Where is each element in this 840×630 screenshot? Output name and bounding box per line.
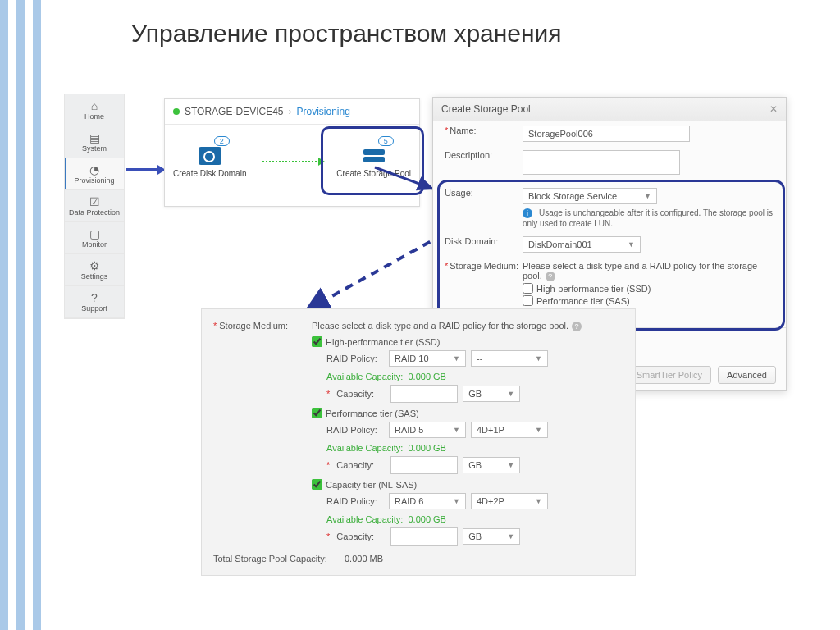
tier-sas-label: Performance tier (SAS) (536, 296, 630, 306)
raid-extra-select[interactable]: --▼ (471, 350, 548, 367)
decorative-bar (0, 0, 8, 630)
capacity-label: Capacity: (336, 389, 386, 399)
breadcrumb-device[interactable]: STORAGE-DEVICE45 (185, 106, 283, 117)
available-capacity-value: 0.000 GB (408, 443, 445, 453)
dialog-title: Create Storage Pool (441, 103, 531, 115)
sidebar-item-data-protection[interactable]: ☑ Data Protection (65, 190, 124, 222)
disk-domain-select[interactable]: DiskDomain001▼ (523, 236, 641, 253)
breadcrumb: STORAGE-DEVICE45 › Provisioning (165, 99, 419, 125)
raid-extra-select[interactable]: 4D+2P▼ (471, 493, 548, 509)
raid-policy-select[interactable]: RAID 5▼ (389, 422, 466, 438)
sidebar-item-settings[interactable]: ⚙ Settings (65, 254, 124, 286)
chevron-down-icon: ▼ (453, 354, 460, 363)
required-icon: * (213, 321, 217, 331)
capacity-unit-select[interactable]: GB▼ (463, 528, 520, 545)
disk-icon (199, 147, 221, 165)
close-icon[interactable]: ✕ (769, 103, 778, 115)
medium-hint: Please select a disk type and a RAID pol… (523, 261, 757, 281)
node-label: Create Disk Domain (173, 169, 246, 178)
provisioning-icon: ◔ (89, 164, 99, 176)
tier-ssd-checkbox[interactable] (523, 283, 533, 294)
capacity-unit-select[interactable]: GB▼ (463, 386, 520, 402)
available-capacity-label: Available Capacity: (326, 372, 403, 381)
capacity-input[interactable] (390, 456, 458, 474)
sidebar-item-system[interactable]: ▤ System (65, 126, 124, 158)
tier-sas-checkbox[interactable] (523, 295, 533, 306)
flow-arrow-icon (262, 161, 320, 162)
status-dot-icon (173, 108, 180, 115)
tier-name: High-performance tier (SSD) (326, 337, 440, 347)
required-icon: * (326, 532, 330, 541)
storage-medium-label: Storage Medium: (219, 321, 288, 331)
highlight-box (321, 126, 424, 195)
tier-name: Performance tier (SAS) (326, 409, 419, 418)
required-icon: * (445, 261, 448, 271)
required-icon: * (326, 460, 330, 470)
decorative-bar (33, 0, 41, 630)
chevron-down-icon: ▼ (453, 497, 460, 505)
tier-checkbox[interactable] (312, 336, 322, 347)
gear-icon: ⚙ (89, 260, 100, 272)
arrow-icon (126, 168, 159, 171)
raid-policy-select[interactable]: RAID 6▼ (389, 493, 466, 509)
chevron-down-icon: ▼ (535, 426, 542, 434)
tier-checkbox[interactable] (312, 408, 322, 418)
required-icon: * (445, 126, 448, 135)
advanced-button[interactable]: Advanced (718, 366, 776, 384)
decorative-bar (16, 0, 25, 630)
available-capacity-label: Available Capacity: (326, 443, 403, 453)
home-icon: ⌂ (91, 100, 98, 112)
description-label: Description: (445, 150, 492, 160)
sidebar-item-provisioning[interactable]: ◔ Provisioning (65, 158, 124, 190)
usage-select[interactable]: Block Storage Service▼ (523, 188, 657, 204)
chevron-down-icon: ▼ (507, 461, 514, 469)
support-icon: ? (91, 292, 98, 304)
sidebar-item-support[interactable]: ? Support (65, 286, 124, 318)
capacity-unit-select[interactable]: GB▼ (463, 457, 520, 473)
tier-checkbox[interactable] (312, 479, 322, 490)
name-input[interactable] (523, 126, 690, 142)
chevron-down-icon: ▼ (535, 354, 542, 363)
usage-label: Usage: (445, 188, 473, 198)
sidebar-item-label: Data Protection (69, 208, 120, 217)
breadcrumb-current: Provisioning (296, 106, 349, 117)
sidebar-item-label: Support (81, 304, 107, 313)
name-label: Name: (450, 126, 476, 135)
storage-medium-label: Storage Medium: (450, 261, 518, 271)
badge: 2 (214, 136, 230, 146)
sidebar-item-label: System (82, 144, 107, 153)
svg-line-1 (307, 235, 443, 310)
create-disk-domain-node[interactable]: 2 Create Disk Domain (173, 146, 246, 178)
chevron-down-icon: ▼ (453, 426, 460, 434)
raid-policy-select[interactable]: RAID 10▼ (389, 350, 466, 367)
provisioning-panel: STORAGE-DEVICE45 › Provisioning 2 Create… (164, 98, 420, 207)
usage-note: Usage is unchangeable after it is config… (523, 208, 773, 228)
monitor-icon: ▢ (89, 228, 100, 240)
description-textarea[interactable] (523, 150, 680, 175)
sidebar-nav: ⌂ Home ▤ System ◔ Provisioning ☑ Data Pr… (64, 94, 125, 319)
available-capacity-value: 0.000 GB (408, 514, 445, 524)
dashed-arrow-icon (295, 230, 451, 320)
available-capacity-value: 0.000 GB (408, 372, 445, 381)
sidebar-item-monitor[interactable]: ▢ Monitor (65, 222, 124, 254)
chevron-down-icon: ▼ (507, 390, 514, 398)
available-capacity-label: Available Capacity: (326, 514, 403, 524)
shield-icon: ☑ (89, 196, 100, 208)
page-title: Управление пространством хранения (131, 20, 562, 48)
capacity-input[interactable] (390, 385, 458, 403)
sidebar-item-home[interactable]: ⌂ Home (65, 94, 124, 126)
capacity-input[interactable] (390, 527, 458, 546)
tier-name: Capacity tier (NL-SAS) (326, 480, 417, 490)
raid-policy-label: RAID Policy: (326, 425, 384, 435)
dialog-title-bar: Create Storage Pool ✕ (433, 98, 786, 121)
disk-domain-label: Disk Domain: (445, 236, 498, 246)
info-icon: i (523, 208, 532, 218)
chevron-down-icon: ▼ (644, 192, 651, 200)
raid-extra-select[interactable]: 4D+1P▼ (471, 422, 548, 438)
help-icon[interactable]: ? (546, 272, 555, 281)
total-capacity-label: Total Storage Pool Capacity: (213, 554, 327, 564)
chevron-right-icon: › (288, 106, 291, 117)
sidebar-item-label: Home (84, 112, 104, 121)
sidebar-item-label: Monitor (82, 240, 107, 249)
help-icon[interactable]: ? (572, 322, 582, 331)
